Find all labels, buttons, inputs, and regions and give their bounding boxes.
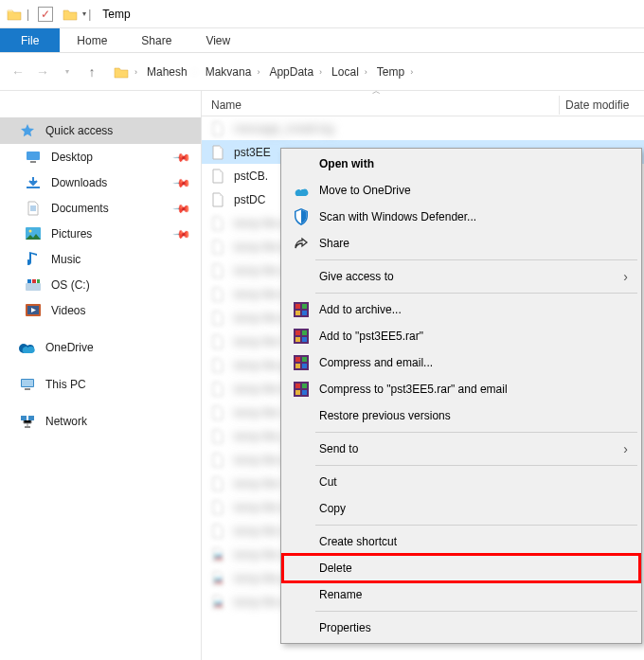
ctx-add-archive[interactable]: Add to archive... <box>283 296 639 323</box>
ctx-compress-email[interactable]: Compress and email... <box>283 349 639 376</box>
svg-rect-40 <box>302 384 307 388</box>
back-button[interactable]: ← <box>6 60 30 84</box>
tab-view[interactable]: View <box>188 28 247 52</box>
ctx-give-access[interactable]: Give access to› <box>283 263 639 290</box>
onedrive-icon <box>19 339 36 356</box>
ctx-rename[interactable]: Rename <box>283 581 639 608</box>
ctx-compress-rar-email[interactable]: Compress to "pst3EE5.rar" and email <box>283 376 639 402</box>
crumb-user2[interactable]: Makvana› <box>202 62 266 82</box>
chevron-right-icon: › <box>623 441 628 456</box>
chevron-right-icon: › <box>623 269 628 284</box>
qat-folder-icon[interactable] <box>60 4 80 25</box>
ctx-create-shortcut[interactable]: Create shortcut <box>283 528 639 555</box>
ctx-properties[interactable]: Properties <box>283 615 639 641</box>
qat-properties-icon[interactable]: ✓ <box>35 4 56 25</box>
column-name[interactable]: Name <box>202 98 559 112</box>
sidebar-downloads[interactable]: Downloads📌 <box>0 169 201 195</box>
share-icon <box>291 234 312 253</box>
tab-home[interactable]: Home <box>60 28 124 52</box>
pin-icon: 📌 <box>172 147 192 167</box>
crumb-appdata[interactable]: AppData› <box>265 62 328 82</box>
column-headers: Name Date modifie <box>202 91 644 116</box>
file-name: message_install.log <box>234 122 333 135</box>
svg-rect-29 <box>295 330 300 335</box>
drive-icon <box>25 276 42 294</box>
sidebar-osc[interactable]: OS (C:) <box>0 272 201 297</box>
ctx-send-to[interactable]: Send to› <box>283 436 639 462</box>
svg-rect-36 <box>295 364 300 368</box>
crumb-root[interactable]: › <box>110 62 143 82</box>
document-file-icon <box>209 120 226 137</box>
sidebar-onedrive[interactable]: OneDrive <box>0 334 201 360</box>
svg-rect-42 <box>302 390 307 395</box>
svg-rect-35 <box>302 357 307 362</box>
separator: | <box>88 8 91 21</box>
svg-point-22 <box>215 602 217 604</box>
svg-rect-26 <box>295 311 300 315</box>
svg-point-20 <box>215 579 217 580</box>
ctx-move-onedrive[interactable]: Move to OneDrive <box>283 177 639 204</box>
crumb-local[interactable]: Local› <box>328 62 373 82</box>
navigation-pane: Quick access Desktop📌 Downloads📌 Documen… <box>0 91 202 660</box>
sidebar-quick-access[interactable]: Quick access <box>0 117 201 144</box>
sidebar-desktop[interactable]: Desktop📌 <box>0 144 201 169</box>
document-file-icon <box>209 144 226 161</box>
ctx-defender[interactable]: Scan with Windows Defender... <box>283 204 639 230</box>
ctx-add-rar[interactable]: Add to "pst3EE5.rar" <box>283 323 639 349</box>
svg-rect-6 <box>27 279 31 283</box>
svg-rect-16 <box>25 426 30 428</box>
pictures-icon <box>25 225 42 242</box>
ctx-copy[interactable]: Copy <box>283 495 639 522</box>
document-file-icon <box>209 215 226 232</box>
svg-rect-41 <box>295 390 300 395</box>
sidebar-pictures[interactable]: Pictures📌 <box>0 221 201 246</box>
tab-file[interactable]: File <box>0 28 60 52</box>
crumb-temp[interactable]: Temp› <box>373 62 419 82</box>
column-date-modified[interactable]: Date modifie <box>559 96 644 115</box>
pin-icon: 📌 <box>172 198 192 218</box>
document-file-icon <box>209 499 226 516</box>
svg-rect-24 <box>295 304 300 309</box>
onedrive-icon <box>291 181 312 200</box>
sidebar-network[interactable]: Network <box>0 408 201 434</box>
sidebar-documents[interactable]: Documents📌 <box>0 195 201 221</box>
videos-icon <box>25 302 42 319</box>
svg-rect-37 <box>302 364 307 368</box>
svg-rect-34 <box>295 357 300 362</box>
file-name: temp-file-f <box>234 335 284 348</box>
tab-share[interactable]: Share <box>124 28 188 52</box>
document-file-icon <box>209 523 226 540</box>
downloads-icon <box>25 174 42 191</box>
window-title: Temp <box>102 8 130 21</box>
file-name: temp-file-i <box>234 406 284 419</box>
sidebar-music[interactable]: Music <box>0 246 201 272</box>
file-name: pst3EE <box>234 146 271 159</box>
image-file-icon <box>209 570 226 587</box>
winrar-icon <box>291 353 312 372</box>
winrar-icon <box>291 380 312 399</box>
address-bar[interactable]: › Mahesh› Makvana› AppData› Local› Temp› <box>110 62 419 82</box>
file-row[interactable]: message_install.log <box>202 116 644 140</box>
ctx-share[interactable]: Share <box>283 230 639 257</box>
documents-icon <box>25 200 42 217</box>
file-name: pstCB. <box>234 169 268 183</box>
forward-button[interactable]: → <box>30 60 55 84</box>
ctx-open-with[interactable]: Open with <box>283 151 639 177</box>
image-file-icon <box>209 594 226 611</box>
qat-dropdown-icon[interactable]: ▾ <box>82 9 86 18</box>
sidebar-thispc[interactable]: This PC <box>0 371 201 397</box>
desktop-icon <box>25 149 42 166</box>
file-name: temp-file-c <box>234 264 287 277</box>
crumb-user[interactable]: Mahesh› <box>143 62 202 82</box>
sidebar-videos[interactable]: Videos <box>0 297 201 323</box>
ctx-delete[interactable]: Delete <box>283 555 639 581</box>
ctx-restore-versions[interactable]: Restore previous versions <box>283 402 639 429</box>
document-file-icon <box>209 262 226 279</box>
file-name: temp-file-l <box>234 477 284 491</box>
recent-dropdown-icon[interactable]: ▾ <box>55 60 80 84</box>
svg-rect-5 <box>26 283 41 291</box>
document-file-icon <box>209 452 226 469</box>
ctx-cut[interactable]: Cut <box>283 469 639 495</box>
up-button[interactable]: ↑ <box>80 60 104 84</box>
svg-rect-30 <box>302 330 307 335</box>
